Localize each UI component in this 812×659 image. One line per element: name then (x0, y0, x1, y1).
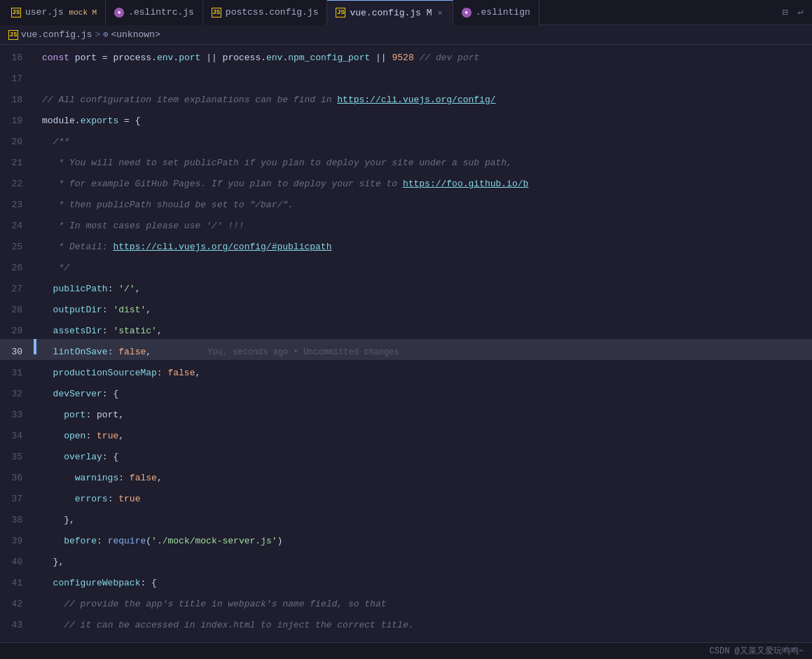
breadcrumb-file: vue.config.js (21, 29, 92, 40)
js-icon: JS (336, 8, 345, 18)
line-number: 32 (0, 387, 34, 402)
code-line-31: 31 productionSourceMap: false, (0, 360, 812, 381)
line-content: * In most cases please use '/' !!! (36, 218, 812, 234)
code-line-18: 18 // All configuration item explanation… (0, 87, 812, 108)
line-content: // All configuration item explanations c… (36, 92, 812, 108)
breadcrumb: JS vue.config.js > ⊙ <unknown> (0, 25, 812, 45)
line-number: 28 (0, 303, 34, 318)
line-content: }, (36, 555, 812, 570)
code-line-42: 42 // provide the app's title in webpack… (0, 591, 812, 612)
line-number: 25 (0, 240, 34, 255)
line-content: * for example GitHub Pages. If you plan … (36, 176, 812, 192)
line-number: 29 (0, 324, 34, 339)
line-number: 26 (0, 261, 34, 276)
breadcrumb-separator: > (95, 29, 100, 40)
code-line-19: 19 module.exports = { (0, 108, 812, 129)
line-number: 37 (0, 492, 34, 507)
line-number: 41 (0, 576, 34, 591)
tab-close-button[interactable]: ✕ (436, 6, 444, 20)
code-line-44: 44 name: name, (0, 633, 812, 642)
code-line-43: 43 // it can be accessed in index.html t… (0, 612, 812, 633)
breadcrumb-path-section: ⊙ <unknown> (103, 29, 160, 40)
line-number: 27 (0, 282, 34, 297)
code-line-40: 40 }, (0, 549, 812, 570)
code-line-20: 20 /** (0, 129, 812, 150)
tab-label: postcss.config.js (226, 7, 319, 18)
tab-eslintrc[interactable]: ● .eslintrc.js (106, 0, 203, 25)
line-number: 42 (0, 597, 34, 612)
code-line-23: 23 * then publicPath should be set to "/… (0, 192, 812, 213)
tab-label: vue.config.js M (350, 8, 432, 18)
tab-actions: ⊟ ↩ (779, 4, 812, 21)
line-content: // it can be accessed in index.html to i… (36, 618, 812, 633)
line-content: productionSourceMap: false, (36, 366, 812, 381)
line-number: 20 (0, 134, 34, 150)
line-number: 31 (0, 366, 34, 381)
line-content: before: require('./mock/mock-server.js') (36, 534, 812, 549)
tab-eslintign[interactable]: ● .eslintign (453, 0, 539, 25)
line-number: 17 (0, 71, 34, 87)
line-number: 24 (0, 218, 34, 234)
line-number: 18 (0, 92, 34, 108)
code-line-35: 35 overlay: { (0, 444, 812, 465)
status-bar: CSDN @又菜又爱玩鸣鸣~ (0, 642, 812, 659)
code-line-26: 26 */ (0, 255, 812, 276)
code-line-16: 16 const port = process.env.port || proc… (0, 45, 812, 66)
line-content: /** (36, 134, 812, 150)
line-content: publicPath: '/', (36, 282, 812, 297)
code-line-30: 30 lintOnSave: false,You, seconds ago • … (0, 339, 812, 360)
tab-postcss[interactable]: JS postcss.config.js (203, 0, 328, 25)
line-number: 19 (0, 113, 34, 129)
code-line-39: 39 before: require('./mock/mock-server.j… (0, 528, 812, 549)
line-number: 22 (0, 176, 34, 192)
code-line-33: 33 port: port, (0, 402, 812, 423)
tab-bar: JS user.js mock M ● .eslintrc.js JS post… (0, 0, 812, 25)
tab-label: .eslintrc.js (128, 7, 194, 18)
line-number: 16 (0, 50, 34, 66)
line-content: warnings: false, (36, 471, 812, 486)
code-line-24: 24 * In most cases please use '/' !!! (0, 213, 812, 234)
line-content: errors: true (36, 492, 812, 507)
eslint-icon: ● (462, 8, 472, 18)
line-content: const port = process.env.port || process… (36, 50, 812, 66)
line-content: // provide the app's title in webpack's … (36, 597, 812, 612)
line-content: * Detail: https://cli.vuejs.org/config/#… (36, 240, 812, 255)
code-line-17: 17 (0, 66, 812, 87)
line-number: 33 (0, 408, 34, 423)
line-number: 34 (0, 429, 34, 444)
code-line-36: 36 warnings: false, (0, 465, 812, 486)
editor: 16 const port = process.env.port || proc… (0, 45, 812, 642)
line-content: port: port, (36, 408, 812, 423)
line-number: 43 (0, 618, 34, 633)
tab-vue-config[interactable]: JS vue.config.js M ✕ (327, 0, 453, 25)
code-line-37: 37 errors: true (0, 486, 812, 507)
eslint-icon: ● (114, 8, 124, 18)
line-number: 44 (0, 639, 34, 642)
code-line-32: 32 devServer: { (0, 381, 812, 402)
js-icon: JS (212, 8, 221, 18)
navigate-back-button[interactable]: ↩ (795, 4, 806, 21)
line-content: */ (36, 261, 812, 276)
tab-badge: mock M (69, 8, 97, 17)
line-content: lintOnSave: false,You, seconds ago • Unc… (36, 345, 812, 360)
line-content: overlay: { (36, 450, 812, 465)
code-area[interactable]: 16 const port = process.env.port || proc… (0, 45, 812, 642)
code-line-34: 34 open: true, (0, 423, 812, 444)
line-number: 39 (0, 534, 34, 549)
line-content: open: true, (36, 429, 812, 444)
line-number: 36 (0, 471, 34, 486)
tab-user-js[interactable]: JS user.js mock M (3, 0, 106, 25)
code-line-41: 41 configureWebpack: { (0, 570, 812, 591)
code-line-22: 22 * for example GitHub Pages. If you pl… (0, 171, 812, 192)
split-editor-button[interactable]: ⊟ (779, 4, 790, 21)
tab-label: .eslintign (476, 7, 530, 18)
line-indicator (34, 66, 36, 81)
code-line-21: 21 * You will need to set publicPath if … (0, 150, 812, 171)
tab-label: user.js (25, 7, 64, 18)
line-content: devServer: { (36, 387, 812, 402)
breadcrumb-path: <unknown> (111, 29, 160, 40)
line-content: name: name, (36, 639, 812, 642)
breadcrumb-path-icon: ⊙ (103, 29, 108, 40)
line-content: }, (36, 513, 812, 528)
line-number: 38 (0, 513, 34, 528)
